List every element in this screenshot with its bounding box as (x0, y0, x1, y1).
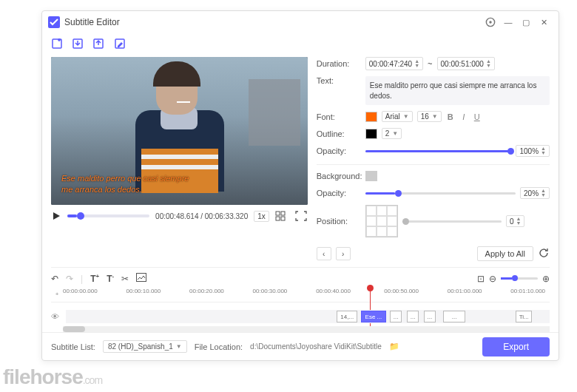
position-offset[interactable]: 0▲▼ (506, 215, 525, 227)
minimize-button[interactable]: — (499, 16, 517, 29)
video-preview: Ese maldito perro que casi siempre me ar… (51, 57, 308, 205)
underline-button[interactable]: U (473, 112, 482, 121)
duration-start[interactable]: 00:00:47:240▲▼ (365, 57, 423, 70)
maximize-button[interactable]: ▢ (517, 16, 535, 29)
clip-active[interactable]: Ese ... (361, 311, 386, 322)
reset-icon[interactable] (538, 247, 550, 260)
progress-bar[interactable] (67, 214, 149, 217)
duration-label: Duration: (317, 59, 361, 68)
background-color-swatch[interactable] (365, 171, 377, 181)
add-track-icon[interactable]: + (51, 286, 63, 302)
zoom-fit-icon[interactable]: ⊡ (477, 274, 485, 284)
footer: Subtitle List: 82 (HD)_Spanish_1▼ File L… (42, 332, 559, 360)
clip[interactable]: 14,... (337, 311, 357, 322)
properties-panel: Duration: 00:00:47:240▲▼ ~ 00:00:51:000▲… (317, 57, 550, 267)
zoom-out-icon[interactable]: ⊖ (489, 274, 496, 284)
image-icon[interactable] (136, 273, 146, 284)
playback-rate[interactable]: 1x (254, 211, 269, 222)
font-size-select[interactable]: 16▼ (417, 111, 442, 122)
file-location-path: d:\Documents\Joyoshare VidiKit\Subtitle (250, 342, 382, 351)
duration-end[interactable]: 00:00:51:000▲▼ (437, 57, 495, 70)
main-toolbar (42, 33, 559, 54)
clip[interactable]: ... (424, 311, 436, 322)
track-visibility-icon[interactable]: 👁 (51, 312, 63, 321)
bold-button[interactable]: B (446, 112, 455, 121)
snapshot-icon[interactable] (275, 211, 288, 221)
svg-rect-2 (53, 39, 61, 48)
clip[interactable]: Ti... (516, 311, 532, 322)
svg-rect-7 (281, 212, 285, 215)
subtitle-list-select[interactable]: 82 (HD)_Spanish_1▼ (103, 340, 187, 353)
redo-icon[interactable]: ↷ (66, 274, 73, 284)
opacity-label: Opacity: (317, 146, 361, 155)
browse-folder-icon[interactable]: 📁 (389, 342, 399, 351)
bg-opacity-slider[interactable] (365, 192, 516, 195)
bg-opacity-label: Opacity: (317, 189, 361, 197)
outline-label: Outline: (317, 129, 361, 138)
play-button[interactable] (51, 211, 61, 221)
timeline-toolbar: ↶ ↷ | T+ T- ✂ ⊡ ⊖ ⊕ (51, 267, 550, 286)
italic-button[interactable]: I (459, 112, 468, 121)
track-strip[interactable]: 14,... Ese ... ... ... ... ... Ti... (66, 310, 550, 323)
position-label: Position: (317, 217, 361, 226)
player-controls: 00:00:48.614 / 00:06:33.320 1x (51, 205, 308, 227)
apply-to-all-button[interactable]: Apply to All (477, 246, 533, 261)
font-label: Font: (317, 112, 361, 121)
background-label: Background: (317, 172, 361, 180)
subtitle-list-label: Subtitle List: (51, 342, 95, 351)
zoom-slider[interactable] (501, 277, 538, 280)
outline-color-swatch[interactable] (365, 129, 377, 139)
file-location-label: File Location: (195, 342, 243, 351)
timeline: ↶ ↷ | T+ T- ✂ ⊡ ⊖ ⊕ + 00:00:00.000 00:00… (42, 267, 559, 332)
close-button[interactable]: ✕ (535, 16, 553, 29)
clip[interactable]: ... (443, 311, 465, 322)
subtitle-text-input[interactable]: Ese maldito perro que casi siempre me ar… (365, 76, 550, 105)
subtitle-overlay: Ese maldito perro que casi siempre me ar… (61, 173, 189, 195)
text-opacity-slider[interactable] (365, 150, 512, 152)
add-text-icon[interactable]: T+ (90, 273, 99, 284)
svg-rect-6 (276, 212, 280, 215)
prev-subtitle-button[interactable]: ‹ (317, 247, 331, 260)
clip[interactable]: ... (407, 311, 419, 322)
timeline-scrollbar[interactable] (63, 326, 550, 332)
split-icon[interactable]: ✂ (121, 274, 129, 284)
titlebar: Subtitle Editor — ▢ ✕ (42, 11, 559, 33)
clip[interactable]: ... (390, 311, 402, 322)
position-grid[interactable] (365, 205, 398, 237)
timecode: 00:00:48.614 / 00:06:33.320 (155, 212, 248, 220)
delete-text-icon[interactable]: T- (107, 273, 114, 284)
window-title: Subtitle Editor (64, 17, 120, 27)
bg-opacity-value[interactable]: 20%▲▼ (520, 187, 550, 199)
add-file-icon[interactable] (51, 37, 64, 50)
svg-rect-9 (281, 217, 285, 220)
export-button[interactable]: Export (482, 337, 550, 356)
app-window: Subtitle Editor — ▢ ✕ (41, 10, 559, 361)
fullscreen-icon[interactable] (294, 211, 308, 221)
app-logo-icon (48, 16, 60, 28)
text-label: Text: (317, 76, 361, 85)
text-opacity-value[interactable]: 100%▲▼ (516, 145, 550, 157)
undo-icon[interactable]: ↶ (51, 274, 58, 284)
svg-rect-8 (276, 217, 280, 220)
duration-separator: ~ (428, 59, 432, 68)
zoom-in-icon[interactable]: ⊕ (542, 274, 550, 284)
export-sub-icon[interactable] (92, 37, 106, 50)
next-subtitle-button[interactable]: › (336, 247, 351, 260)
watermark-text: filehorse (3, 365, 83, 388)
settings-icon[interactable] (482, 16, 499, 29)
import-icon[interactable] (72, 37, 85, 50)
font-family-select[interactable]: Arial▼ (382, 111, 413, 122)
edit-icon[interactable] (113, 37, 126, 50)
subtitle-track: 👁 14,... Ese ... ... ... ... ... Ti... (51, 307, 550, 326)
svg-point-1 (489, 21, 491, 23)
position-slider[interactable] (402, 220, 502, 223)
outline-size-select[interactable]: 2▼ (382, 128, 402, 139)
watermark-suffix: .com (83, 374, 102, 386)
time-ruler[interactable]: + 00:00:00.000 00:00:10.000 00:00:20.000… (51, 286, 550, 303)
font-color-swatch[interactable] (365, 112, 377, 122)
